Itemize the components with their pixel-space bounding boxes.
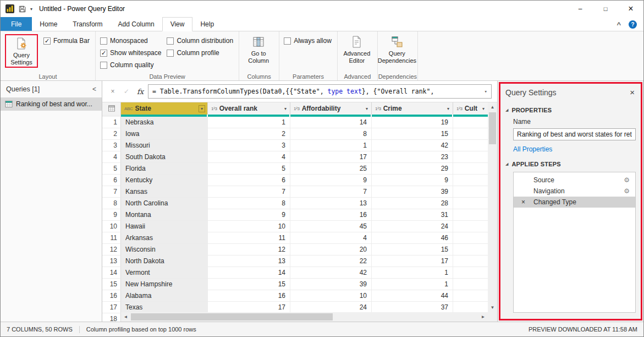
- cell[interactable]: 5: [208, 163, 290, 175]
- scroll-left-icon[interactable]: ◄: [121, 312, 130, 322]
- collapse-queries-pane-icon[interactable]: <: [92, 85, 96, 93]
- cell[interactable]: 9: [290, 175, 372, 186]
- cell[interactable]: 14: [290, 117, 372, 128]
- cell[interactable]: 31: [372, 209, 453, 221]
- cell[interactable]: 17: [372, 256, 453, 267]
- cell[interactable]: 23: [372, 151, 453, 163]
- tab-view[interactable]: View: [162, 17, 193, 31]
- cell[interactable]: [453, 198, 488, 209]
- cell[interactable]: [453, 232, 488, 244]
- formula-commit-icon[interactable]: ✓: [120, 88, 133, 95]
- advanced-editor-button[interactable]: Advanced Editor: [342, 34, 372, 64]
- column-header-overall-rank[interactable]: 1²3Overall rank▾: [208, 102, 290, 115]
- all-properties-link[interactable]: All Properties: [513, 145, 636, 153]
- column-header-affordability[interactable]: 1²3Affordability▾: [290, 102, 372, 115]
- checkbox-show-whitespace[interactable]: ✓Show whitespace: [100, 47, 161, 58]
- cell[interactable]: 11: [208, 232, 290, 244]
- applied-steps-section-header[interactable]: ◢ APPLIED STEPS: [505, 161, 636, 167]
- checkbox-box[interactable]: [100, 37, 107, 45]
- status-profiling[interactable]: Column profiling based on top 1000 rows: [86, 326, 196, 333]
- filter-dropdown-icon[interactable]: ▾: [365, 106, 369, 112]
- tab-help[interactable]: Help: [192, 17, 222, 31]
- cell[interactable]: Alabama: [121, 290, 208, 302]
- cell[interactable]: 25: [290, 163, 372, 175]
- cell[interactable]: 16: [290, 209, 372, 221]
- cell[interactable]: Arkansas: [121, 232, 208, 244]
- cell[interactable]: [453, 290, 488, 302]
- cell[interactable]: 1: [290, 140, 372, 151]
- cell[interactable]: 10: [290, 290, 372, 302]
- cell[interactable]: [453, 186, 488, 198]
- cell[interactable]: [453, 279, 488, 290]
- cell[interactable]: 9: [208, 209, 290, 221]
- cell[interactable]: 4: [208, 151, 290, 163]
- cell[interactable]: Kansas: [121, 186, 208, 198]
- cell[interactable]: Iowa: [121, 128, 208, 140]
- checkbox-always-allow[interactable]: Always allow: [284, 35, 332, 46]
- scroll-up-icon[interactable]: ▲: [488, 102, 497, 112]
- quickaccess-dropdown-icon[interactable]: ▾: [30, 7, 32, 12]
- delete-step-icon[interactable]: ×: [521, 198, 525, 206]
- cell[interactable]: [453, 128, 488, 140]
- cell[interactable]: 37: [372, 302, 453, 313]
- checkbox-column-profile[interactable]: Column profile: [167, 47, 233, 58]
- cell[interactable]: 17: [290, 151, 372, 163]
- checkbox-monospaced[interactable]: Monospaced: [100, 35, 161, 46]
- cell[interactable]: 42: [372, 140, 453, 151]
- cell[interactable]: 13: [208, 256, 290, 267]
- applied-step-source[interactable]: Source⚙: [514, 175, 635, 186]
- checkbox-box[interactable]: [100, 62, 107, 69]
- query-settings-button[interactable]: Query Settings: [7, 36, 36, 66]
- cell[interactable]: Nebraska: [121, 117, 208, 128]
- cell[interactable]: 29: [372, 163, 453, 175]
- cell[interactable]: 8: [208, 198, 290, 209]
- formula-input[interactable]: = Table.TransformColumnTypes(Data0,{{"St…: [148, 84, 492, 99]
- cell[interactable]: 3: [208, 140, 290, 151]
- maximize-button[interactable]: □: [593, 1, 618, 17]
- cell[interactable]: Missouri: [121, 140, 208, 151]
- checkbox-box[interactable]: [167, 37, 174, 45]
- cell[interactable]: 17: [208, 302, 290, 313]
- go-to-column-button[interactable]: Go to Column: [244, 34, 273, 64]
- formula-expand-icon[interactable]: ▾: [481, 89, 487, 94]
- cell[interactable]: 1: [372, 267, 453, 279]
- cell[interactable]: 24: [372, 221, 453, 232]
- cell[interactable]: 15: [372, 244, 453, 256]
- cell[interactable]: 45: [290, 221, 372, 232]
- collapse-ribbon-icon[interactable]: ^: [617, 20, 621, 29]
- cell[interactable]: 7: [208, 186, 290, 198]
- cell[interactable]: 16: [208, 290, 290, 302]
- cell[interactable]: Florida: [121, 163, 208, 175]
- cell[interactable]: [453, 151, 488, 163]
- gear-icon[interactable]: ⚙: [624, 187, 630, 195]
- tab-home[interactable]: Home: [32, 17, 65, 31]
- close-button[interactable]: ×: [618, 1, 643, 17]
- cell[interactable]: [453, 302, 488, 313]
- cell[interactable]: 15: [208, 279, 290, 290]
- cell[interactable]: 12: [208, 244, 290, 256]
- cell[interactable]: [453, 267, 488, 279]
- cell[interactable]: [453, 117, 488, 128]
- filter-dropdown-icon[interactable]: ▾: [446, 106, 450, 112]
- select-all-corner[interactable]: [102, 102, 121, 115]
- help-icon[interactable]: ?: [629, 20, 637, 29]
- cell[interactable]: Texas: [121, 302, 208, 313]
- formula-cancel-icon[interactable]: ×: [107, 88, 119, 95]
- cell[interactable]: Hawaii: [121, 221, 208, 232]
- cell[interactable]: 1: [208, 117, 290, 128]
- horizontal-scrollbar-thumb[interactable]: [131, 313, 333, 320]
- cell[interactable]: North Dakota: [121, 256, 208, 267]
- cell[interactable]: Kentucky: [121, 175, 208, 186]
- close-pane-icon[interactable]: ×: [630, 88, 636, 97]
- query-list-item[interactable]: Ranking of best and wor...: [1, 97, 102, 111]
- cell[interactable]: 20: [290, 244, 372, 256]
- cell[interactable]: 4: [290, 232, 372, 244]
- cell[interactable]: 42: [290, 267, 372, 279]
- query-name-input[interactable]: [513, 128, 636, 140]
- column-header-cult[interactable]: 1²3Cult▾: [453, 102, 488, 115]
- column-header-state[interactable]: ABCState▾: [121, 102, 208, 115]
- cell[interactable]: 15: [372, 128, 453, 140]
- filter-dropdown-icon[interactable]: ▾: [481, 106, 486, 112]
- cell[interactable]: 46: [372, 232, 453, 244]
- cell[interactable]: Wisconsin: [121, 244, 208, 256]
